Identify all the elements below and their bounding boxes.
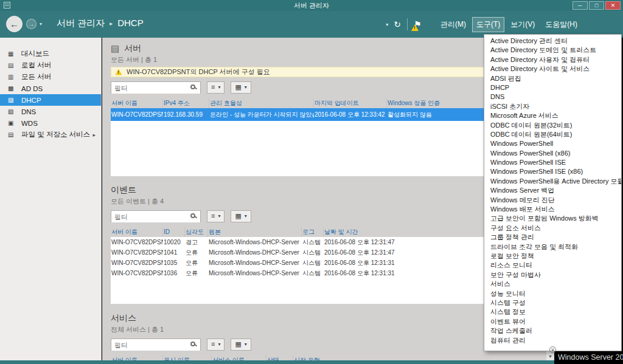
dhcp-config-warning-bar[interactable]: WIN-O7CV82DPSNT의 DHCP 서버에 구성 필요 — [111, 67, 538, 77]
tools-menu-item[interactable]: 보안 구성 마법사 — [484, 270, 621, 280]
back-button[interactable]: ← — [6, 16, 23, 32]
filter-list-button[interactable]: ≡ ▾ — [207, 210, 224, 222]
filter-input[interactable] — [111, 211, 200, 222]
table-row[interactable]: WIN-O7CV82DPSNT10020경고Microsoft-Windows-… — [111, 237, 538, 247]
column-header[interactable]: 상태 — [266, 355, 293, 360]
tools-menu-item[interactable]: Active Directory 사용자 및 컴퓨터 — [484, 55, 621, 64]
tools-menu-item[interactable]: Windows 배포 서비스 — [484, 205, 621, 214]
menu-view[interactable]: 보기(V) — [506, 17, 539, 32]
tools-menu-item[interactable]: 서비스 — [484, 280, 621, 289]
breadcrumb-root[interactable]: 서버 관리자 — [57, 18, 105, 28]
tools-menu-item[interactable]: DNS — [484, 92, 621, 101]
tools-menu-item[interactable]: 작업 스케줄러 — [484, 326, 621, 335]
tools-menu-item[interactable]: 로컬 보안 정책 — [484, 252, 621, 261]
sidebar-item-file-storage-services[interactable]: ▤ 파일 및 저장소 서비스 ▸ — [0, 129, 101, 140]
tools-menu-item[interactable]: Windows PowerShell ISE (x86) — [484, 167, 621, 176]
menu-tools[interactable]: 도구(T) — [472, 17, 504, 32]
column-header[interactable]: 서버 이름▴ — [111, 98, 163, 108]
table-row[interactable]: WIN-O7CV82DPSNT1041오류Microsoft-Windows-D… — [111, 247, 538, 258]
column-header[interactable]: 서버 이름 — [111, 355, 163, 360]
tools-menu-item[interactable]: 드라이브 조각 모음 및 최적화 — [484, 242, 621, 252]
sidebar-item-wds[interactable]: ▣ WDS — [0, 117, 101, 129]
table-row[interactable]: WIN-O7CV82DPSNT 192.168.30.59 온라인 - 성능 카… — [111, 108, 538, 121]
tools-menu-item[interactable]: Active Directory 도메인 및 트러스트 — [484, 46, 621, 55]
servers-filter-field — [111, 81, 201, 94]
filter-input[interactable] — [111, 340, 200, 351]
tools-menu-item[interactable]: 구성 요소 서비스 — [484, 224, 621, 233]
menu-scroll-down[interactable]: ∨ — [484, 343, 621, 351]
table-row[interactable]: WIN-O7CV82DPSNT1035오류Microsoft-Windows-D… — [111, 258, 538, 268]
grid-icon: ▦ — [235, 341, 241, 348]
columns-button[interactable]: ▦ ▾ — [231, 210, 251, 222]
refresh-icon[interactable]: ↻ — [394, 19, 401, 29]
column-header[interactable]: 마지막 업데이트 — [314, 98, 387, 108]
tools-menu-item[interactable]: Windows 메모리 진단 — [484, 196, 621, 205]
close-button[interactable]: ✕ — [605, 1, 621, 10]
tools-menu-item[interactable]: iSCSI 초기자 — [484, 102, 621, 111]
columns-button[interactable]: ▦ ▾ — [231, 338, 251, 351]
servers-section: ▤ 서버 모든 서버 | 총 1 WIN-O7CV82DPSNT의 DHCP 서… — [111, 43, 538, 176]
maximize-button[interactable]: □ — [589, 1, 604, 10]
search-icon — [190, 342, 195, 346]
column-header[interactable]: ID — [163, 227, 185, 237]
tools-menu-item[interactable]: DHCP — [484, 83, 621, 92]
column-header[interactable]: 시작 유형 — [293, 355, 538, 360]
breadcrumb-separator-icon: ▸ — [110, 20, 113, 27]
tools-menu-item[interactable]: Windows PowerShell (x86) — [484, 149, 621, 158]
window-controls: ─ □ ✕ — [573, 1, 621, 10]
tools-menu-item[interactable]: Windows PowerShell ISE — [484, 158, 621, 167]
tools-menu-item[interactable]: 리소스 모니터 — [484, 261, 621, 270]
menu-scroll-down-icon: ∨ — [549, 346, 556, 353]
tools-menu-item[interactable]: 성능 모니터 — [484, 289, 621, 298]
menu-help[interactable]: 도움말(H) — [541, 17, 582, 32]
tools-menu-item[interactable]: Active Directory 관리 센터 — [484, 36, 621, 46]
column-header[interactable]: IPv4 주소 — [163, 98, 209, 108]
caret-down-icon: ▾ — [245, 213, 247, 219]
tools-menu-item[interactable]: 고급 보안이 포함된 Windows 방화벽 — [484, 214, 621, 223]
sidebar-item-local-server[interactable]: ▤ 로컬 서버 — [0, 60, 101, 71]
tools-menu-item[interactable]: Windows PowerShell용 Active Directory 모듈 — [484, 177, 621, 186]
warning-triangle-icon — [116, 69, 122, 75]
filter-input[interactable] — [111, 83, 200, 94]
column-header[interactable]: 관리 효율성 — [209, 98, 314, 108]
tools-menu-item[interactable]: 이벤트 뷰어 — [484, 317, 621, 326]
column-header[interactable]: 원본 — [208, 227, 302, 237]
filter-list-button[interactable]: ≡ ▾ — [207, 338, 224, 351]
tools-menu-item[interactable]: 시스템 구성 — [484, 298, 621, 307]
tools-menu-item[interactable]: ODBC 데이터 원본(64비트) — [484, 130, 621, 139]
list-icon: ≡ — [211, 341, 215, 348]
dashboard-icon: ▦ — [8, 50, 16, 57]
tools-menu-item[interactable]: Windows Server 백업 — [484, 186, 621, 195]
caret-down-icon: ▾ — [245, 84, 247, 90]
tools-menu-item[interactable]: Active Directory 사이트 및 서비스 — [484, 64, 621, 74]
column-header[interactable]: 서비스 이름 — [212, 355, 266, 360]
events-section-subtitle: 모든 이벤트 | 총 4 — [111, 196, 538, 206]
servers-section-title: 서버 — [124, 43, 141, 54]
history-caret-icon[interactable]: ▾ — [40, 21, 42, 27]
forward-button[interactable]: → — [26, 19, 37, 29]
tools-menu-item[interactable]: 시스템 정보 — [484, 307, 621, 317]
menu-manage[interactable]: 관리(M) — [436, 17, 470, 32]
tools-menu-item[interactable]: ADSI 편집 — [484, 74, 621, 83]
sidebar-item-all-servers[interactable]: ▥ 모든 서버 — [0, 71, 101, 83]
caret-down-icon[interactable]: ▾ — [386, 22, 388, 27]
sidebar-item-dhcp[interactable]: ▨ DHCP — [0, 94, 101, 106]
column-header[interactable]: 로그 — [302, 227, 324, 237]
sidebar-item-dashboard[interactable]: ▦ 대시보드 — [0, 48, 101, 60]
notifications-flag-button[interactable]: ⚑ — [414, 19, 426, 30]
column-header[interactable]: 서버 이름 — [111, 227, 163, 237]
minimize-button[interactable]: ─ — [573, 1, 588, 10]
tools-menu-item[interactable]: Microsoft Azure 서비스 — [484, 111, 621, 120]
filter-list-button[interactable]: ≡ ▾ — [207, 81, 224, 94]
scroll-down-icon[interactable]: ▼ — [546, 352, 554, 360]
table-row[interactable]: WIN-O7CV82DPSNT1036오류Microsoft-Windows-D… — [111, 268, 538, 278]
sidebar-item-ad-ds[interactable]: ▩ AD DS — [0, 83, 101, 94]
tools-menu-item[interactable]: 그룹 정책 관리 — [484, 233, 621, 242]
sidebar-item-dns[interactable]: ▧ DNS — [0, 106, 101, 117]
tools-menu-item[interactable]: ODBC 데이터 원본(32비트) — [484, 121, 621, 130]
columns-button[interactable]: ▦ ▾ — [231, 81, 251, 94]
column-header[interactable]: 표시 이름 — [163, 355, 212, 360]
tools-menu-item[interactable]: Windows PowerShell — [484, 139, 621, 148]
file-storage-icon: ▤ — [8, 131, 16, 138]
column-header[interactable]: 심각도 — [185, 227, 208, 237]
